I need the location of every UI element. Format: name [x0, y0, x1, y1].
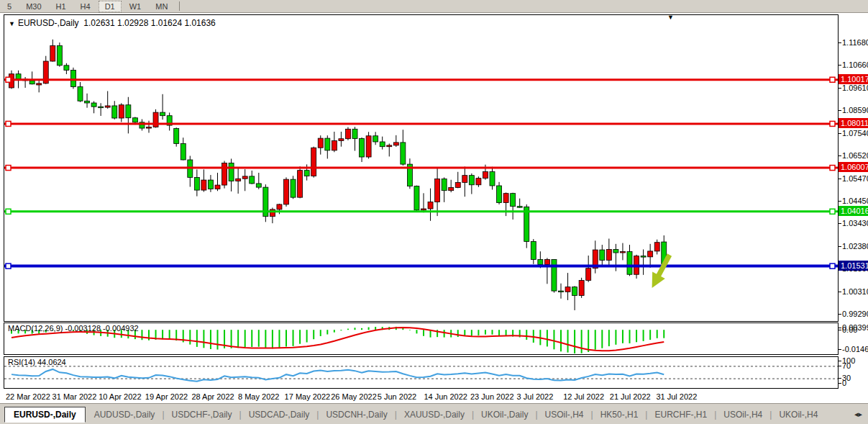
- tab-separator: |: [645, 410, 647, 420]
- symbol-tab-usdcad-daily[interactable]: USDCAD-,Daily: [243, 407, 316, 422]
- rsi-axis-label: 70: [842, 361, 851, 370]
- level-line-1.01531[interactable]: [4, 263, 838, 269]
- date-tick-label: 23 Jun 2022: [470, 392, 514, 401]
- level-line-1.10017[interactable]: [4, 77, 838, 82]
- symbol-tab-hk50-h1[interactable]: HK50-,H1: [595, 407, 644, 422]
- rsi-canvas[interactable]: [4, 357, 838, 388]
- level-line-1.08011[interactable]: [4, 121, 838, 126]
- symbol-tab-audusd-daily[interactable]: AUDUSD-,Daily: [88, 407, 161, 422]
- candle: [579, 278, 584, 298]
- candle: [242, 169, 247, 191]
- macd-label: MACD(12,26,9) -0.003128 -0.004932: [8, 324, 139, 333]
- candlestick-canvas[interactable]: [4, 15, 838, 321]
- date-tick-label: 19 Apr 2022: [145, 392, 188, 401]
- level-line-1.06007[interactable]: [4, 166, 838, 171]
- candle: [552, 259, 557, 292]
- candle: [208, 175, 213, 192]
- line-handle[interactable]: [830, 263, 835, 269]
- price-tick-label: 0.99290: [842, 310, 868, 318]
- candle: [112, 101, 117, 119]
- price-chart-pane[interactable]: ▼EURUSD-,Daily 1.02631 1.02928 1.01624 1…: [4, 14, 839, 322]
- candle: [593, 240, 598, 273]
- candle: [421, 193, 426, 212]
- candle: [153, 109, 158, 128]
- price-tick-label: 1.08590: [842, 106, 868, 114]
- line-handle[interactable]: [6, 209, 11, 214]
- tab-separator: |: [714, 410, 716, 420]
- timeframe-button-h4[interactable]: H4: [74, 1, 97, 12]
- candle: [442, 177, 447, 202]
- symbol-dropdown-icon[interactable]: ▼: [9, 20, 15, 27]
- date-axis[interactable]: 22 Mar 202231 Mar 202210 Apr 202219 Apr …: [4, 390, 839, 402]
- symbol-tab-usdcnh-daily[interactable]: USDCNH-,Daily: [320, 407, 393, 422]
- line-handle[interactable]: [830, 121, 835, 126]
- candle: [620, 243, 625, 261]
- line-handle[interactable]: [830, 77, 835, 82]
- tab-separator: |: [395, 410, 397, 420]
- candle: [414, 186, 419, 212]
- candle: [393, 135, 398, 147]
- tab-separator: |: [239, 410, 242, 420]
- symbol-tab-xauusd-daily[interactable]: XAUUSD-,Daily: [398, 407, 470, 422]
- line-handle[interactable]: [830, 209, 835, 214]
- symbol-tab-usoil-h4[interactable]: USOil-,H4: [718, 407, 768, 422]
- date-tick-label: 5 Jun 2022: [378, 392, 416, 401]
- price-axis[interactable]: 1.116801.106601.096101.085901.075401.065…: [839, 14, 868, 389]
- line-handle[interactable]: [6, 121, 11, 126]
- timeframe-button-5[interactable]: 5: [1, 1, 18, 12]
- timeframe-button-m30[interactable]: M30: [19, 1, 47, 12]
- candle: [572, 286, 577, 310]
- trading-terminal-window: 5M30H1H4D1W1MN ▼EURUSD-,Daily 1.02631 1.…: [0, 0, 868, 424]
- candle: [490, 167, 495, 190]
- rsi-indicator-pane[interactable]: RSI(14) 44.0624: [4, 356, 839, 389]
- rsi-axis-label: 0: [842, 379, 846, 387]
- symbol-tab-ukoil-daily[interactable]: UKOil-,Daily: [475, 407, 534, 422]
- line-handle[interactable]: [6, 263, 11, 269]
- candle: [469, 173, 474, 194]
- symbol-tab-eurchf-h1[interactable]: EURCHF-,H1: [649, 407, 713, 422]
- price-level-badge: 1.04016: [839, 206, 868, 216]
- candle: [270, 208, 275, 224]
- timeframe-button-h1[interactable]: H1: [50, 1, 73, 12]
- line-handle[interactable]: [830, 166, 835, 171]
- date-tick-label: 12 Jul 2022: [563, 392, 604, 401]
- candle: [291, 176, 296, 199]
- tab-separator: |: [162, 410, 164, 420]
- candle: [586, 256, 591, 282]
- symbol-tab-ukoil-h4[interactable]: UKOil-,H4: [773, 407, 823, 422]
- candle: [428, 189, 433, 221]
- timeframe-button-d1[interactable]: D1: [99, 1, 122, 12]
- timeframe-button-mn[interactable]: MN: [149, 1, 174, 12]
- symbol-tab-eurusd-daily[interactable]: EURUSD-,Daily: [4, 407, 86, 423]
- date-tick-label: 31 Mar 2022: [52, 392, 97, 401]
- candle: [236, 168, 241, 194]
- tab-scroll-right-icon[interactable]: ▸: [858, 410, 862, 419]
- candle: [160, 94, 165, 119]
- candle: [194, 169, 199, 196]
- symbol-tab-usdchf-daily[interactable]: USDCHF-,Daily: [166, 407, 238, 422]
- line-handle[interactable]: [6, 166, 11, 171]
- macd-indicator-pane[interactable]: MACD(12,26,9) -0.003128 -0.004932: [4, 322, 839, 355]
- candle: [360, 137, 365, 162]
- candle: [126, 97, 131, 134]
- candle: [298, 166, 303, 198]
- candle: [401, 130, 406, 166]
- candle: [188, 156, 193, 187]
- timeframe-button-w1[interactable]: W1: [123, 1, 148, 12]
- price-tick-label: 1.07540: [842, 129, 868, 137]
- price-tick-label: 1.06520: [842, 151, 868, 160]
- price-tick-label: 1.11680: [842, 38, 868, 47]
- candle: [380, 137, 385, 150]
- symbol-tab-bar: EURUSD-,DailyAUDUSD-,Daily|USDCHF-,Daily…: [0, 403, 868, 424]
- candle: [641, 249, 646, 274]
- chart-window: ▼EURUSD-,Daily 1.02631 1.02928 1.01624 1…: [0, 13, 868, 403]
- candle: [517, 199, 522, 208]
- date-tick-label: 14 Jun 2022: [424, 392, 467, 401]
- chart-shift-marker-icon[interactable]: ▼: [667, 14, 674, 21]
- price-tick-label: 1.00310: [842, 287, 868, 296]
- price-tick-label: 1.03430: [842, 219, 868, 227]
- line-handle[interactable]: [6, 77, 11, 82]
- candle: [256, 173, 261, 189]
- symbol-tab-usoil-h4[interactable]: USOil-,H4: [539, 407, 590, 422]
- candle: [57, 42, 62, 67]
